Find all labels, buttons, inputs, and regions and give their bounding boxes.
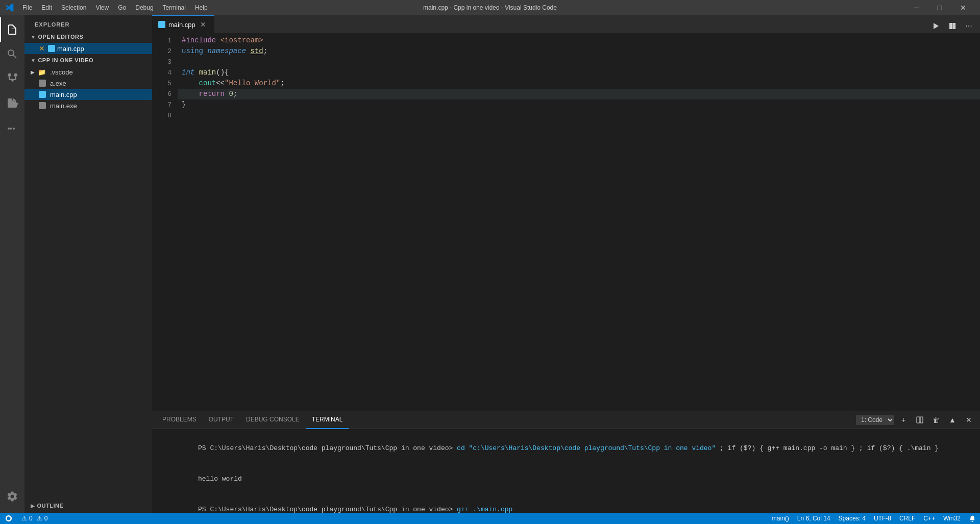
status-spaces[interactable]: Spaces: 4 xyxy=(835,513,870,524)
kill-terminal-button[interactable]: 🗑 xyxy=(929,413,943,427)
sidebar: Explorer ▼ Open Editors ✕ main.cpp ▼ CPP… xyxy=(24,15,152,513)
search-icon xyxy=(6,48,18,60)
maximize-panel-button[interactable]: ▲ xyxy=(945,413,960,427)
status-errors[interactable]: ⚠ 0 ⚠ 0 xyxy=(17,513,52,524)
panel-tabs: PROBLEMS OUTPUT DEBUG CONSOLE TERMINAL 1… xyxy=(152,411,980,429)
line-num-7: 7 xyxy=(152,99,172,110)
status-position[interactable]: Ln 6, Col 14 xyxy=(793,513,835,524)
tab-close-button[interactable]: ✕ xyxy=(199,20,208,29)
language-label: C++ xyxy=(923,515,935,522)
panel-tab-output[interactable]: OUTPUT xyxy=(203,411,240,429)
activity-bar xyxy=(0,15,24,513)
spaces-label: Spaces: 4 xyxy=(839,515,866,522)
menu-file[interactable]: File xyxy=(18,2,36,13)
split-editor-button[interactable] xyxy=(945,19,960,33)
code-line-3 xyxy=(178,57,980,67)
svg-rect-1 xyxy=(920,417,923,423)
menu-debug[interactable]: Debug xyxy=(131,2,157,13)
title-bar-left: File Edit Selection View Go Debug Termin… xyxy=(5,2,212,13)
maximize-button[interactable]: □ xyxy=(928,0,951,15)
panel-tab-terminal[interactable]: TERMINAL xyxy=(306,411,349,429)
activity-source-control[interactable] xyxy=(0,66,24,91)
menu-edit[interactable]: Edit xyxy=(37,2,56,13)
activity-explorer[interactable] xyxy=(0,17,24,42)
line-numbers: 1 2 3 4 5 6 7 8 xyxy=(152,33,178,411)
activity-settings[interactable] xyxy=(0,484,24,509)
file-main-exe[interactable]: main.exe xyxy=(24,100,152,111)
vscode-logo-icon xyxy=(5,3,14,12)
code-content[interactable]: #include <iostream> using namespace std … xyxy=(178,33,980,411)
include-keyword: #include xyxy=(182,35,216,46)
status-notifications[interactable] xyxy=(965,513,980,524)
more-actions-button[interactable]: ··· xyxy=(962,19,976,33)
files-icon xyxy=(6,23,18,36)
status-bar-right: main() Ln 6, Col 14 Spaces: 4 UTF-8 CRLF… xyxy=(768,513,980,524)
file-main-cpp[interactable]: main.cpp xyxy=(24,89,152,100)
menu-selection[interactable]: Selection xyxy=(57,2,90,13)
status-line-ending[interactable]: CRLF xyxy=(895,513,919,524)
menu-help[interactable]: Help xyxy=(191,2,212,13)
status-encoding[interactable]: UTF-8 xyxy=(870,513,895,524)
folder-name-vscode: .vscode xyxy=(50,68,73,76)
panel-tab-debug-console[interactable]: DEBUG CONSOLE xyxy=(240,411,306,429)
file-a-exe[interactable]: a.exe xyxy=(24,78,152,89)
folder-vscode[interactable]: ▶ 📁 .vscode xyxy=(24,66,152,78)
run-button[interactable] xyxy=(929,19,943,33)
code-line-6: return 0 ; xyxy=(178,89,980,99)
activity-remote[interactable] xyxy=(0,115,24,140)
error-icon: ⚠ xyxy=(21,515,27,522)
open-editors-header[interactable]: ▼ Open Editors xyxy=(24,32,152,42)
code-editor[interactable]: 1 2 3 4 5 6 7 8 #include <iostream> usin… xyxy=(152,33,980,411)
file-name-main-cpp: main.cpp xyxy=(50,91,77,98)
status-branch[interactable]: main() xyxy=(768,513,793,524)
terminal-line-3: PS C:\Users\Haris\Desktop\code playgroun… xyxy=(158,494,974,513)
terminal-content[interactable]: PS C:\Users\Haris\Desktop\code playgroun… xyxy=(152,429,980,513)
window-title: main.cpp - Cpp in one video - Visual Stu… xyxy=(423,4,557,11)
zero-value: 0 xyxy=(229,89,233,99)
source-control-icon xyxy=(6,72,18,85)
status-platform[interactable]: Win32 xyxy=(939,513,965,524)
split-terminal-button[interactable] xyxy=(913,413,927,427)
terminal-extra-1: ; if ($?) { g++ main.cpp -o main } ; if … xyxy=(716,444,939,452)
return-keyword: return xyxy=(199,89,225,99)
code-line-1: #include <iostream> xyxy=(178,35,980,46)
menu-go[interactable]: Go xyxy=(114,2,130,13)
file-name-main-exe: main.exe xyxy=(50,102,77,110)
outline-section: ▶ Outline xyxy=(24,498,152,513)
outline-header[interactable]: ▶ Outline xyxy=(24,498,152,513)
close-panel-button[interactable]: ✕ xyxy=(962,413,976,427)
menu-terminal[interactable]: Terminal xyxy=(159,2,190,13)
using-keyword: using xyxy=(182,46,203,57)
remote-status-icon xyxy=(5,515,12,522)
menu-bar: File Edit Selection View Go Debug Termin… xyxy=(18,2,212,13)
play-icon xyxy=(932,22,940,30)
project-label: CPP IN ONE VIDEO xyxy=(38,57,93,63)
line-num-2: 2 xyxy=(152,46,172,57)
status-remote[interactable] xyxy=(0,513,17,524)
ellipsis-icon: ··· xyxy=(965,21,972,31)
close-button[interactable]: ✕ xyxy=(951,0,975,15)
project-file-tree: ▶ 📁 .vscode a.exe main.cpp main.exe xyxy=(24,65,152,112)
tab-main-cpp[interactable]: main.cpp ✕ xyxy=(152,15,214,33)
editor-toolbar: ··· xyxy=(925,19,980,33)
panel-tab-problems[interactable]: PROBLEMS xyxy=(156,411,203,429)
activity-extensions[interactable] xyxy=(0,91,24,115)
branch-name: main() xyxy=(772,515,789,522)
code-line-5: cout << "Hello World" ; xyxy=(178,78,980,89)
code-line-2: using namespace std ; xyxy=(178,46,980,57)
project-header[interactable]: ▼ CPP IN ONE VIDEO xyxy=(24,55,152,65)
main-function: main xyxy=(199,67,216,78)
minimize-button[interactable]: ─ xyxy=(904,0,928,15)
status-language[interactable]: C++ xyxy=(919,513,939,524)
platform-label: Win32 xyxy=(943,515,961,522)
open-editor-main-cpp[interactable]: ✕ main.cpp xyxy=(24,43,152,54)
hello-world-string: "Hello World" xyxy=(225,78,280,89)
bell-icon xyxy=(969,515,976,522)
line-num-3: 3 xyxy=(152,57,172,67)
project-chevron: ▼ xyxy=(31,58,36,63)
line-num-8: 8 xyxy=(152,110,172,121)
activity-search[interactable] xyxy=(0,42,24,66)
terminal-dropdown[interactable]: 1: Code xyxy=(856,415,894,425)
menu-view[interactable]: View xyxy=(91,2,113,13)
new-terminal-button[interactable]: + xyxy=(896,413,911,427)
